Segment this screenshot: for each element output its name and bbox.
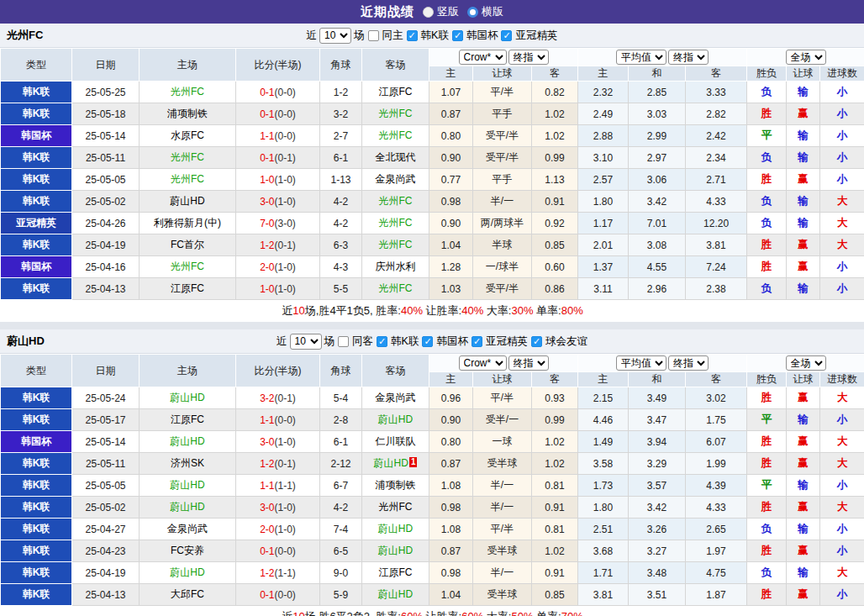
- scope-select[interactable]: 全场: [786, 355, 826, 371]
- away-team: 江原FC: [379, 566, 413, 578]
- odds-away: 0.81: [532, 519, 578, 540]
- full-time-score: 1-2: [260, 240, 274, 251]
- match-date: 25-04-13: [72, 584, 140, 606]
- match-date: 25-05-11: [72, 453, 140, 475]
- scope-select[interactable]: 全场: [786, 50, 826, 65]
- score-cell: 0-1(0-0): [236, 82, 320, 103]
- odds-handicap: 半/一: [473, 475, 532, 497]
- avg-draw: 3.42: [629, 191, 686, 213]
- avg-time-select[interactable]: 终指: [668, 50, 709, 65]
- league-checkbox[interactable]: [422, 336, 433, 347]
- away-team-cell: 蔚山HD: [362, 540, 429, 562]
- full-time-score: 1-1: [260, 414, 274, 426]
- corner-score: 5-4: [320, 387, 362, 409]
- match-count-select[interactable]: 10: [319, 28, 351, 44]
- same-venue-checkbox[interactable]: [338, 336, 349, 347]
- radio-horizontal-label: 横版: [482, 4, 503, 19]
- avg-source-select[interactable]: 平均值: [616, 50, 666, 65]
- match-type-badge: 韩K联: [1, 191, 72, 213]
- avg-home: 1.17: [578, 213, 629, 234]
- full-time-score: 0-1: [260, 87, 274, 98]
- full-time-score: 7-0: [260, 218, 274, 229]
- odds-time-select[interactable]: 终指: [508, 355, 549, 371]
- league-checkbox[interactable]: [452, 30, 463, 41]
- avg-away: 2.82: [686, 103, 747, 125]
- odds-home: 0.98: [429, 191, 473, 213]
- odds-away: 1.02: [532, 453, 578, 475]
- odds-handicap: 受平/半: [473, 147, 532, 169]
- result-outcome: 负: [747, 278, 787, 300]
- away-team-cell: 蔚山HD1: [362, 453, 429, 475]
- subcol-handicap-result: 让球: [787, 66, 820, 82]
- away-team: 光州FC: [379, 217, 413, 229]
- match-row: 韩K联25-04-13江原FC1-0(1-0)5-5光州FC1.03受平/半0.…: [1, 278, 864, 300]
- match-row: 韩K联25-05-18浦项制铁0-1(0-0)3-2光州FC0.87平手1.02…: [1, 103, 864, 125]
- away-team: 蔚山HD: [374, 457, 408, 469]
- result-goals: 小: [820, 82, 864, 103]
- home-team: 浦项制铁: [167, 108, 208, 119]
- match-row: 韩K联25-04-13大邱FC0-1(0-0)5-9蔚山HD1.04受半球0.8…: [1, 584, 864, 606]
- scope-dropdown-cell: 全场: [747, 49, 864, 66]
- odds-home: 0.80: [429, 431, 473, 453]
- score-cell: 0-1(0-0): [236, 540, 320, 562]
- home-team-cell: 蔚山HD: [140, 562, 236, 584]
- avg-away: 2.42: [686, 125, 747, 147]
- odds-source-select[interactable]: Crow*: [459, 50, 507, 65]
- subcol-avg-away: 客: [686, 66, 747, 82]
- odds-away: 0.93: [532, 387, 578, 409]
- corner-score: 3-2: [320, 103, 362, 125]
- avg-dropdown-cell: 平均值终指: [578, 355, 747, 372]
- odds-time-select[interactable]: 终指: [508, 50, 549, 65]
- odds-away: 0.86: [532, 278, 578, 300]
- away-team: 庆州水利: [376, 261, 416, 272]
- league-checkbox[interactable]: [472, 336, 482, 347]
- match-type-badge: 韩K联: [1, 82, 72, 103]
- odds-home: 1.07: [429, 82, 473, 103]
- result-goals: 小: [820, 125, 864, 147]
- league-checkbox[interactable]: [501, 30, 512, 41]
- league-checkbox[interactable]: [531, 336, 542, 347]
- away-team: 金泉尚武: [376, 173, 416, 185]
- league-label: 球会友谊: [545, 334, 587, 349]
- match-date: 25-05-17: [72, 409, 140, 431]
- match-row: 韩K联25-05-11光州FC0-1(0-1)6-1全北现代0.90受平/半0.…: [1, 147, 864, 169]
- subcol-goals: 进球数: [820, 66, 864, 82]
- match-count-select[interactable]: 10: [290, 334, 322, 350]
- odds-home: 1.28: [429, 256, 473, 278]
- score-cell: 1-1(0-0): [236, 409, 320, 431]
- match-row: 韩K联25-04-27金泉尚武2-0(1-0)7-4蔚山HD1.08平/半0.8…: [1, 519, 864, 540]
- match-type-badge: 亚冠精英: [1, 213, 72, 234]
- match-row: 韩国杯25-05-14蔚山HD3-0(1-0)6-1仁川联队0.80一球1.02…: [1, 431, 864, 453]
- full-time-score: 0-1: [260, 152, 274, 164]
- team-section-header-1: 光州FC 近10场同主韩K联韩国杯亚冠精英: [0, 24, 864, 48]
- filters: 近10场同主韩K联韩国杯亚冠精英: [307, 28, 558, 44]
- odds-away: 0.92: [532, 213, 578, 234]
- score-cell: 1-2(1-1): [236, 562, 320, 584]
- layout-radio-horizontal[interactable]: 横版: [467, 4, 503, 19]
- avg-source-select[interactable]: 平均值: [616, 355, 666, 371]
- league-checkbox[interactable]: [377, 336, 387, 347]
- avg-away: 4.75: [686, 562, 747, 584]
- same-venue-checkbox[interactable]: [368, 30, 379, 41]
- result-handicap: 赢: [787, 256, 820, 278]
- league-checkbox[interactable]: [407, 30, 418, 41]
- half-time-score: (0-0): [275, 589, 296, 601]
- half-time-score: (1-1): [275, 567, 296, 579]
- avg-time-select[interactable]: 终指: [668, 355, 709, 371]
- result-handicap: 输: [787, 82, 820, 103]
- odds-away: 0.85: [532, 234, 578, 256]
- odds-away: 0.99: [532, 147, 578, 169]
- match-type-badge: 韩K联: [1, 387, 72, 409]
- odds-handicap: 受半/一: [473, 409, 532, 431]
- odds-away: 0.85: [532, 584, 578, 606]
- result-goals: 小: [820, 475, 864, 497]
- layout-radio-vertical[interactable]: 竖版: [423, 4, 459, 19]
- half-time-score: (0-1): [275, 392, 296, 404]
- home-team-cell: 金泉尚武: [140, 519, 236, 540]
- away-team-cell: 光州FC: [362, 234, 429, 256]
- odds-source-select[interactable]: Crow*: [459, 355, 507, 371]
- result-outcome: 负: [747, 191, 787, 213]
- match-date: 25-04-27: [72, 519, 140, 540]
- corner-score: 6-3: [320, 234, 362, 256]
- half-time-score: (0-0): [275, 414, 296, 426]
